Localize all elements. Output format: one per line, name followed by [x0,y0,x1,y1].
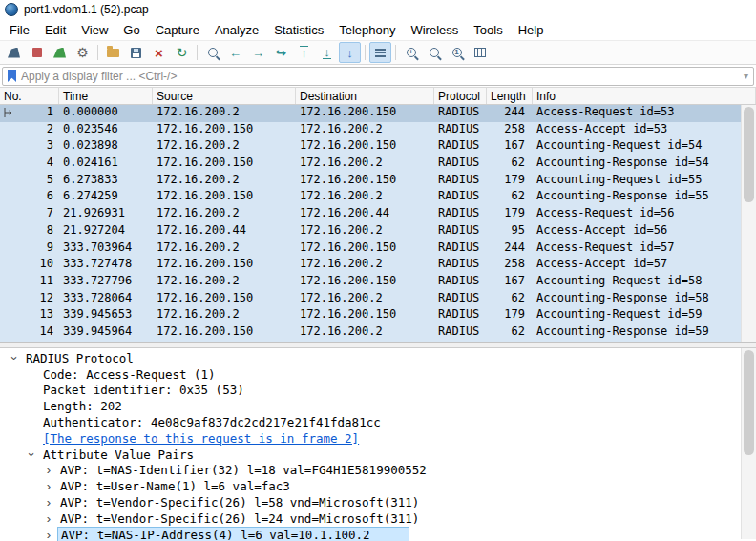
cell-info: Access-Request id=56 [533,206,756,223]
cell-info: Accounting-Response id=54 [533,156,756,173]
filter-dropdown-icon[interactable]: ▾ [744,71,748,81]
packet-row[interactable]: 9 333.703964 172.16.200.2 172.16.200.150… [0,240,756,258]
detail-line[interactable]: › AVP: t=NAS-IP-Address(4) l=6 val=10.1.… [0,527,756,541]
stop-capture-icon[interactable] [26,42,48,63]
go-forward-icon[interactable]: → [247,42,269,63]
display-filter-input[interactable]: Apply a display filter ... <Ctrl-/> ▾ [2,67,754,86]
capture-options-icon[interactable]: ⚙ [72,42,94,63]
cell-source: 172.16.200.44 [153,223,296,240]
filter-bookmark-icon[interactable] [8,70,16,82]
zoom-in-icon[interactable]: + [400,42,422,63]
expander-icon[interactable]: › [40,495,57,510]
detail-line[interactable]: Authenticator: 4e08c9af837dc2cd217e21f41… [0,414,756,430]
packet-row[interactable]: 4 0.024161 172.16.200.150 172.16.200.2 R… [0,156,756,173]
cell-source: 172.16.200.150 [153,291,296,308]
expander-icon[interactable]: › [25,446,39,463]
close-file-icon[interactable]: × [148,42,170,63]
cell-source: 172.16.200.2 [153,173,296,190]
menu-statistics[interactable]: Statistics [266,21,331,39]
cell-destination: 172.16.200.2 [296,324,434,342]
menu-view[interactable]: View [74,21,116,39]
packet-row[interactable]: 1 0.000000 172.16.200.2 172.16.200.150 R… [0,105,756,122]
menu-go[interactable]: Go [116,21,147,39]
detail-line[interactable]: › AVP: t=Vendor-Specific(26) l=58 vnd=Mi… [0,494,756,510]
column-header-info[interactable]: Info [533,88,756,104]
detail-line[interactable]: Code: Access-Request (1) [0,366,756,383]
detail-line[interactable]: [The response to this request is in fram… [0,430,756,447]
go-to-packet-icon[interactable]: ↪ [270,42,292,63]
cell-length: 62 [487,156,533,173]
autoscroll-icon[interactable]: ↓ [339,42,361,63]
cell-destination: 172.16.200.150 [296,173,434,190]
expander-icon[interactable]: › [40,511,57,526]
packet-row[interactable]: 7 21.926931 172.16.200.2 172.16.200.44 R… [0,206,756,223]
packet-row[interactable]: 6 6.274259 172.16.200.150 172.16.200.2 R… [0,189,756,206]
detail-line[interactable]: › AVP: t=User-Name(1) l=6 val=fac3 [0,478,756,494]
pane-splitter[interactable] [0,342,756,348]
expander-icon[interactable]: › [8,349,22,366]
scrollbar-thumb[interactable] [744,107,754,202]
packet-row[interactable]: 12 333.728064 172.16.200.150 172.16.200.… [0,291,756,308]
find-packet-icon[interactable] [201,42,223,63]
menu-wireless[interactable]: Wireless [403,21,466,39]
expander-icon[interactable]: › [40,528,57,541]
detail-line[interactable]: › AVP: t=NAS-Identifier(32) l=18 val=FG4… [0,463,756,479]
column-header-time[interactable]: Time [59,88,153,104]
scrollbar-thumb[interactable] [744,350,754,455]
go-back-icon[interactable]: ← [224,42,246,63]
cell-time: 0.000000 [59,105,153,122]
packet-row[interactable]: 5 6.273833 172.16.200.2 172.16.200.150 R… [0,173,756,190]
zoom-out-icon[interactable]: − [423,42,445,63]
go-first-icon[interactable]: ↑ [293,42,315,63]
menu-help[interactable]: Help [511,21,552,39]
menu-tools[interactable]: Tools [466,21,510,39]
menu-capture[interactable]: Capture [148,21,207,39]
cell-info: Accounting-Request id=55 [533,173,756,190]
column-header-destination[interactable]: Destination [296,88,434,104]
open-file-icon[interactable] [102,42,124,63]
save-file-icon[interactable] [125,42,147,63]
detail-line[interactable]: Length: 202 [0,398,756,414]
packet-list-scrollbar[interactable] [741,105,756,342]
cell-info: Access-Request id=53 [533,105,756,122]
cell-time: 333.727478 [59,257,153,274]
cell-length: 179 [487,206,533,223]
column-header-protocol[interactable]: Protocol [434,88,487,104]
response-link[interactable]: [The response to this request is in fram… [40,431,362,446]
cell-length: 258 [487,257,533,274]
detail-scrollbar[interactable] [741,348,756,539]
menu-file[interactable]: File [2,21,37,39]
column-header-length[interactable]: Length [487,88,533,104]
cell-length: 244 [487,105,533,122]
packet-row[interactable]: 2 0.023546 172.16.200.150 172.16.200.2 R… [0,122,756,139]
restart-capture-icon[interactable] [49,42,71,63]
menu-analyze[interactable]: Analyze [207,21,266,39]
column-header-source[interactable]: Source [153,88,296,104]
packet-row[interactable]: 3 0.023898 172.16.200.2 172.16.200.150 R… [0,138,756,156]
detail-line[interactable]: › RADIUS Protocol [0,350,756,366]
packet-row[interactable]: 8 21.927204 172.16.200.44 172.16.200.2 R… [0,223,756,240]
detail-line[interactable]: › Attribute Value Pairs [0,447,756,463]
colorize-icon[interactable] [369,42,391,63]
menu-telephony[interactable]: Telephony [331,21,403,39]
resize-columns-icon[interactable] [469,42,491,63]
expander-icon[interactable]: › [40,463,57,477]
detail-line[interactable]: › AVP: t=Vendor-Specific(26) l=24 vnd=Mi… [0,510,756,527]
start-capture-icon[interactable] [3,42,25,63]
expander-icon[interactable]: › [40,479,57,493]
packet-row[interactable]: 13 339.945653 172.16.200.2 172.16.200.15… [0,307,756,324]
detail-line[interactable]: Packet identifier: 0x35 (53) [0,383,756,399]
cell-no: 6 [0,189,59,206]
packet-row[interactable]: 10 333.727478 172.16.200.150 172.16.200.… [0,257,756,274]
cell-no: 7 [0,206,59,223]
reload-file-icon[interactable]: ↻ [171,42,193,63]
cell-protocol: RADIUS [434,156,487,173]
column-header-no[interactable]: No. [0,88,59,104]
zoom-original-icon[interactable]: 1 [446,42,468,63]
cell-length: 244 [487,240,533,258]
detail-text: Authenticator: 4e08c9af837dc2cd217e21f41… [40,415,384,429]
menu-edit[interactable]: Edit [37,21,74,39]
packet-row[interactable]: 11 333.727796 172.16.200.2 172.16.200.15… [0,274,756,291]
packet-row[interactable]: 14 339.945964 172.16.200.150 172.16.200.… [0,324,756,342]
go-last-icon[interactable]: ↓ [316,42,338,63]
